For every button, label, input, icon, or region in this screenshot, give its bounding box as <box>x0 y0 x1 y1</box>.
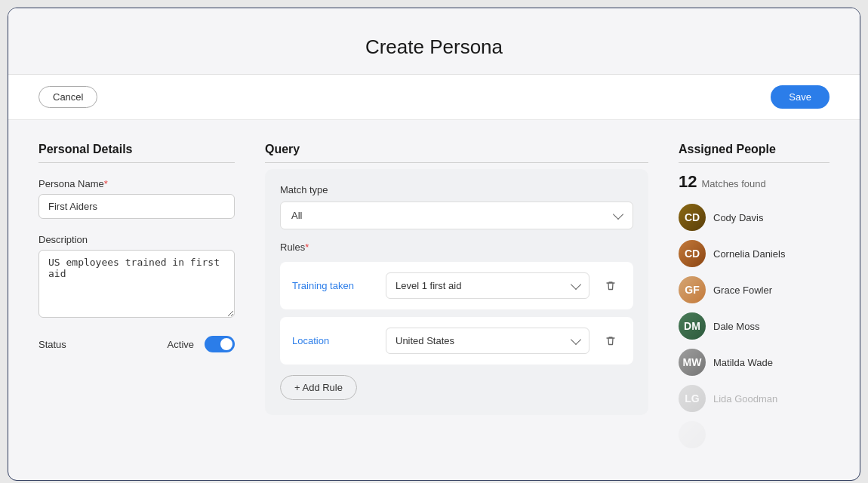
chevron-down-icon <box>613 209 623 220</box>
status-toggle[interactable] <box>205 336 235 352</box>
status-row: Status Active <box>38 336 235 352</box>
delete-rule-1-button[interactable] <box>600 275 621 297</box>
chevron-down-icon <box>571 334 581 345</box>
persona-name-group: Persona Name* <box>38 178 235 219</box>
rules-required-indicator: * <box>305 242 309 253</box>
rules-label: Rules* <box>280 242 633 253</box>
match-type-value: All <box>291 210 302 221</box>
rule-2-value: United States <box>396 335 454 346</box>
person-row-6: LG Lida Goodman <box>679 385 830 412</box>
description-group: Description US employees trained in firs… <box>38 234 235 321</box>
person-row-2: CD Cornelia Daniels <box>679 240 830 267</box>
delete-rule-2-button[interactable] <box>600 331 621 352</box>
description-input[interactable]: US employees trained in first aid <box>38 250 235 318</box>
rule-2-select[interactable]: United States <box>386 328 589 354</box>
toggle-track <box>205 336 235 352</box>
assigned-people-section: Assigned People 12 Matches found CD Cody… <box>679 143 830 457</box>
main-window: Create Persona Cancel Save Personal Deta… <box>8 8 860 481</box>
chevron-down-icon <box>571 279 581 290</box>
person-name-3: Grace Fowler <box>713 285 772 296</box>
toggle-thumb <box>220 338 232 350</box>
matches-text: Matches found <box>701 178 765 189</box>
required-indicator: * <box>104 178 108 189</box>
matches-row: 12 Matches found <box>679 172 830 192</box>
add-rule-button[interactable]: + Add Rule <box>280 375 357 400</box>
assigned-people-title: Assigned People <box>679 143 830 163</box>
avatar-2: CD <box>679 240 706 267</box>
persona-name-label: Persona Name* <box>38 178 235 189</box>
cancel-button[interactable]: Cancel <box>38 86 97 108</box>
save-button[interactable]: Save <box>771 85 830 109</box>
toolbar: Cancel Save <box>8 75 860 120</box>
avatar-6: LG <box>679 385 706 412</box>
person-name-1: Cody Davis <box>713 212 763 223</box>
rule-1-select[interactable]: Level 1 first aid <box>386 272 589 299</box>
rule-1-name: Training taken <box>292 280 375 291</box>
person-name-6: Lida Goodman <box>713 393 777 405</box>
personal-details-title: Personal Details <box>38 143 235 163</box>
page-title: Create Persona <box>8 35 860 59</box>
matches-count: 12 <box>679 172 697 192</box>
match-type-select[interactable]: All <box>280 202 633 229</box>
avatar-4: DM <box>679 312 706 340</box>
query-title: Query <box>265 143 648 163</box>
person-name-5: Matilda Wade <box>713 357 773 368</box>
person-name-4: Dale Moss <box>713 321 759 332</box>
personal-details-section: Personal Details Persona Name* Descripti… <box>38 143 235 457</box>
rule-1-value: Level 1 first aid <box>396 280 461 291</box>
content-area: Personal Details Persona Name* Descripti… <box>8 120 860 480</box>
rule-row-1: Training taken Level 1 first aid <box>280 262 633 309</box>
avatar-1: CD <box>679 204 706 231</box>
query-section: Query Match type All Rules* Training tak… <box>265 143 648 457</box>
match-type-label: Match type <box>280 184 633 195</box>
avatar-7 <box>679 421 706 448</box>
avatar-3: GF <box>679 276 706 303</box>
person-row-5: MW Matilda Wade <box>679 349 830 376</box>
person-row-4: DM Dale Moss <box>679 312 830 340</box>
description-label: Description <box>38 234 235 245</box>
page-header: Create Persona <box>8 8 860 75</box>
person-row-1: CD Cody Davis <box>679 204 830 231</box>
person-name-2: Cornelia Daniels <box>713 248 785 260</box>
person-row-7 <box>679 421 830 448</box>
person-row-3: GF Grace Fowler <box>679 276 830 303</box>
rule-row-2: Location United States <box>280 317 633 365</box>
rule-2-name: Location <box>292 335 375 346</box>
status-label: Status <box>38 339 66 350</box>
avatar-5: MW <box>679 349 706 376</box>
persona-name-input[interactable] <box>38 194 235 219</box>
query-box: Match type All Rules* Training taken Lev… <box>265 169 648 415</box>
status-value: Active <box>168 339 194 350</box>
